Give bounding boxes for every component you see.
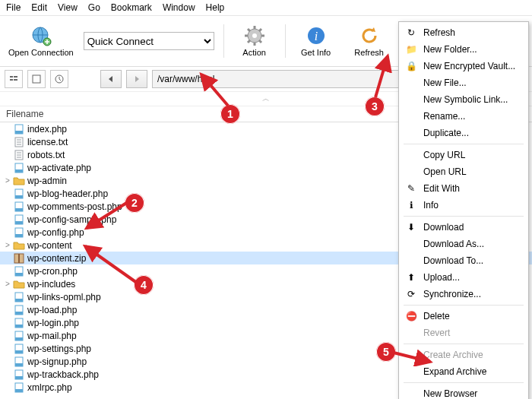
context-new-symbolic-link[interactable]: New Symbolic Link... [401, 91, 527, 108]
context-item-label: Open URL [423, 166, 467, 177]
blank-icon [405, 110, 417, 122]
svg-rect-17 [10, 76, 13, 78]
open-connection-button[interactable]: Open Connection [5, 19, 78, 63]
expand-toggle[interactable]: > [3, 176, 12, 185]
file-name-label: robots.txt [26, 150, 65, 160]
context-new-encrypted-vault[interactable]: 🔒New Encrypted Vault... [401, 58, 527, 74]
svg-text:i: i [314, 30, 317, 43]
get-info-button[interactable]: i Get Info [290, 19, 342, 63]
vault-icon: 🔒 [405, 60, 417, 72]
context-item-label: Download To... [423, 255, 483, 266]
context-refresh[interactable]: ↻Refresh [401, 24, 527, 41]
folder-icon [12, 240, 26, 251]
file-name-label: index.php [26, 124, 67, 135]
context-item-label: New Symbolic Link... [423, 94, 508, 105]
sync-icon: ⟳ [405, 288, 417, 300]
expand-toggle[interactable]: > [3, 241, 12, 249]
menu-view[interactable]: View [58, 2, 78, 13]
file-name-label: wp-mail.php [26, 331, 77, 341]
menu-help[interactable]: Help [206, 2, 225, 13]
refresh-button[interactable]: Refresh [344, 19, 395, 63]
svg-rect-60 [15, 376, 23, 379]
file-name-label: wp-activate.php [26, 163, 91, 173]
svg-rect-48 [15, 299, 23, 302]
svg-rect-50 [15, 312, 23, 315]
context-item-label: Upload... [423, 272, 460, 283]
history-toggle-button[interactable] [50, 70, 68, 88]
php-icon [12, 292, 26, 302]
toolbar-separator [223, 24, 224, 58]
annotation-marker-1: 1 [220, 104, 240, 124]
file-name-label: wp-comments-post.php [26, 201, 122, 212]
svg-rect-44 [18, 254, 20, 263]
expand-toggle[interactable]: > [3, 280, 12, 288]
blank-icon [405, 255, 417, 267]
php-icon [12, 369, 26, 380]
file-name-label: wp-config.php [26, 227, 84, 238]
context-upload[interactable]: ⬆Upload... [401, 269, 527, 286]
context-duplicate[interactable]: Duplicate... [401, 125, 527, 141]
context-menu: ↻Refresh📁New Folder...🔒New Encrypted Vau… [398, 21, 529, 399]
blank-icon [405, 366, 417, 378]
menu-bookmark[interactable]: Bookmark [111, 2, 152, 13]
annotation-marker-4: 4 [134, 275, 154, 295]
context-create-archive: Create Archive [401, 347, 527, 363]
context-download-to[interactable]: Download To... [401, 252, 527, 269]
txt-icon [12, 137, 26, 147]
context-item-label: Delete [423, 311, 450, 321]
svg-rect-46 [15, 273, 23, 276]
blank-icon [405, 77, 417, 89]
forward-button[interactable] [126, 70, 147, 88]
svg-rect-24 [15, 131, 23, 134]
gear-icon [244, 25, 265, 46]
menu-edit[interactable]: Edit [31, 2, 47, 13]
context-item-label: Download [423, 222, 464, 233]
context-download[interactable]: ⬇Download [401, 219, 527, 236]
context-expand-archive[interactable]: Expand Archive [401, 363, 527, 380]
file-name-label: wp-links-opml.php [26, 292, 101, 302]
context-delete[interactable]: ⛔Delete [401, 308, 527, 325]
refresh-icon: ↻ [405, 27, 417, 39]
context-synchronize[interactable]: ⟳Synchronize... [401, 286, 527, 302]
context-copy-url[interactable]: Copy URL [401, 147, 527, 163]
context-info[interactable]: ℹInfo [401, 197, 527, 214]
context-revert: Revert [401, 325, 527, 341]
context-edit-with[interactable]: ✎Edit With [401, 180, 527, 197]
svg-rect-36 [15, 195, 23, 198]
php-icon [12, 163, 26, 173]
bookmark-toggle-button[interactable] [27, 70, 46, 88]
file-name-label: wp-config-sample.php [26, 214, 116, 225]
menu-window[interactable]: Window [163, 2, 195, 13]
blank-icon [405, 327, 417, 339]
context-new-browser[interactable]: New Browser [401, 385, 527, 399]
info-icon: ℹ [405, 199, 417, 211]
context-separator [404, 305, 524, 306]
file-name-label: wp-trackback.php [26, 369, 99, 380]
context-item-label: Info [423, 200, 439, 211]
context-new-folder[interactable]: 📁New Folder... [401, 41, 527, 58]
action-button[interactable]: Action [229, 19, 280, 63]
svg-rect-58 [15, 363, 23, 366]
svg-rect-52 [15, 325, 23, 328]
menu-go[interactable]: Go [88, 2, 100, 13]
context-separator [404, 144, 524, 144]
context-new-file[interactable]: New File... [401, 74, 527, 91]
back-button[interactable] [100, 70, 122, 88]
context-open-url[interactable]: Open URL [401, 163, 527, 180]
context-item-label: Create Archive [423, 350, 483, 360]
php-icon [12, 266, 26, 277]
file-name-label: wp-login.php [26, 318, 79, 328]
file-name-label: wp-cron.php [26, 266, 78, 277]
quick-connect-select[interactable]: Quick Connect [84, 32, 214, 50]
blank-icon [405, 388, 417, 399]
menu-file[interactable]: File [6, 2, 21, 13]
context-item-label: Revert [423, 328, 450, 338]
svg-rect-62 [15, 389, 23, 392]
folder-icon [12, 176, 26, 186]
svg-rect-34 [15, 169, 23, 173]
php-icon [12, 227, 26, 238]
file-name-label: license.txt [26, 137, 68, 147]
view-toggle-button[interactable] [5, 70, 23, 88]
context-download-as[interactable]: Download As... [401, 236, 527, 252]
context-rename[interactable]: Rename... [401, 108, 527, 125]
